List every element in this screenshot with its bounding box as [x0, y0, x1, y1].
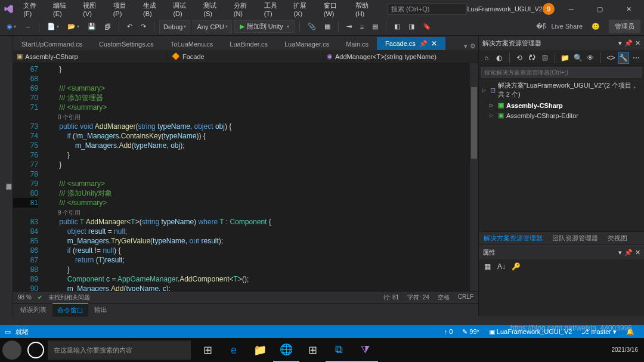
tab-error-list[interactable]: 错误列表	[16, 304, 51, 316]
vertical-scrollbar[interactable]	[470, 63, 478, 291]
quick-search[interactable]: 搜索 (Ctrl+Q)	[387, 3, 467, 15]
vscode-icon[interactable]: ⧉	[326, 338, 352, 362]
nav-member[interactable]: ◉AddManager<T>(string typeName)	[323, 52, 478, 60]
tab-team-explorer[interactable]: 团队资源管理器	[547, 232, 603, 245]
pin-icon[interactable]: 📌	[419, 40, 428, 48]
minimize-button[interactable]: ─	[559, 1, 583, 17]
store-icon[interactable]: ⊞	[299, 338, 326, 362]
code-content[interactable]: } /// <summary> /// 添加管理器 /// </summary>…	[51, 63, 470, 291]
chrome-icon[interactable]: 🌐	[273, 338, 299, 362]
admin-badge[interactable]: 管理员	[609, 20, 640, 33]
edge-icon[interactable]: e	[221, 338, 247, 362]
refresh-icon[interactable]: 🗘	[527, 52, 537, 64]
taskbar-search[interactable]: 在这里输入你要搜索的内容	[48, 341, 191, 360]
attach-icon[interactable]: 📎	[305, 21, 319, 32]
tab-startup[interactable]: StartUpCommand.cs	[13, 38, 91, 50]
wrench-icon[interactable]: 🔧	[618, 52, 629, 64]
tab-luabinder[interactable]: LuaBinder.cs	[221, 38, 276, 50]
save-all-button[interactable]: 🗐	[101, 21, 114, 32]
tab-class-view[interactable]: 类视图	[603, 232, 632, 245]
panel-pin-icon[interactable]: 📌	[624, 39, 633, 47]
categorize-icon[interactable]: ▦	[481, 261, 493, 273]
nav-back-button[interactable]: ◉▾	[4, 21, 19, 32]
more-icon[interactable]: ⋯	[631, 52, 642, 64]
run-button[interactable]: ▶附加到 Unity▾	[234, 20, 295, 33]
menu-build[interactable]: 生成(B)	[138, 0, 168, 20]
platform-select[interactable]: Any CPU ▾	[193, 20, 231, 33]
maximize-button[interactable]: ▢	[588, 1, 612, 17]
menu-view[interactable]: 视图(V)	[78, 0, 108, 20]
close-button[interactable]: ✕	[617, 1, 640, 17]
sync-icon[interactable]: ⟲	[514, 52, 524, 64]
menu-analyze[interactable]: 分析(N)	[229, 0, 259, 20]
zoom-level[interactable]: 98 %	[18, 294, 32, 301]
tab-toluamenu[interactable]: ToLuaMenu.cs	[162, 38, 222, 50]
bookmark-icon[interactable]: 🔖	[420, 21, 434, 32]
tab-settings-icon[interactable]: ⚙	[470, 42, 476, 50]
task-view-icon[interactable]: ⊞	[194, 338, 221, 362]
menu-test[interactable]: 测试(S)	[199, 0, 228, 20]
indent-mode[interactable]: 空格	[438, 293, 450, 302]
tool-icon-1[interactable]: ▦	[321, 21, 333, 32]
menu-file[interactable]: 文件(F)	[18, 0, 48, 20]
tab-dropdown-icon[interactable]: ▾	[464, 42, 467, 50]
tab-output[interactable]: 输出	[89, 304, 112, 316]
menu-edit[interactable]: 编辑(E)	[48, 0, 78, 20]
menu-window[interactable]: 窗口(W)	[319, 0, 351, 20]
explorer-icon[interactable]: 📁	[247, 338, 273, 362]
undo-button[interactable]: ↶	[124, 21, 135, 32]
properties-icon[interactable]: 🔍	[572, 52, 583, 64]
save-button[interactable]: 💾	[85, 21, 99, 32]
uncomment-icon[interactable]: ◨	[405, 21, 417, 32]
redo-button[interactable]: ↷	[138, 21, 149, 32]
taskbar-clock[interactable]: 2021/3/16	[606, 346, 645, 354]
fold-column[interactable]	[42, 63, 51, 291]
alpha-icon[interactable]: A↓	[496, 261, 507, 273]
collapse-icon[interactable]: ⊟	[540, 52, 550, 64]
tab-facade[interactable]: Facade.cs 📌✕	[377, 37, 445, 50]
step-icon[interactable]: ⇥	[343, 21, 355, 32]
status-publish[interactable]: ↑ 0	[439, 328, 458, 336]
comment-icon[interactable]: ◧	[391, 21, 403, 32]
status-changes[interactable]: ✎ 99*	[457, 328, 484, 336]
tab-command-window[interactable]: 命令窗口	[52, 303, 88, 317]
solution-root[interactable]: ▷⊡ 解决方案"LuaFramework_UGUI_V2"(2 个项目，共 2 …	[479, 80, 644, 100]
code-editor[interactable]: 6768697071737475767778798081838485868788…	[13, 63, 478, 291]
cortana-icon[interactable]	[27, 342, 44, 358]
menu-extensions[interactable]: 扩展(X)	[289, 0, 318, 20]
notification-badge[interactable]: 9	[543, 3, 555, 15]
props-pin-icon[interactable]: 📌	[624, 249, 633, 256]
nav-project[interactable]: ▣Assembly-CSharp	[13, 52, 168, 60]
menu-help[interactable]: 帮助(H)	[351, 0, 381, 20]
props-dropdown-icon[interactable]: ▾	[618, 249, 622, 256]
live-share-button[interactable]: �阝 Live Share	[536, 22, 583, 31]
solution-search[interactable]	[481, 67, 642, 78]
show-all-icon[interactable]: 📁	[560, 52, 570, 64]
new-project-button[interactable]: 📄▾	[44, 21, 62, 32]
tab-luamanager[interactable]: LuaManager.cs	[276, 38, 338, 50]
close-tab-icon[interactable]: ✕	[431, 39, 437, 48]
props-page-icon[interactable]: 🔑	[510, 261, 522, 273]
solution-tree[interactable]: ▷⊡ 解决方案"LuaFramework_UGUI_V2"(2 个项目，共 2 …	[479, 79, 644, 231]
issues-status[interactable]: 未找到相关问题	[48, 293, 90, 302]
eol-mode[interactable]: CRLF	[458, 293, 473, 302]
vs-icon[interactable]: ⧩	[352, 338, 378, 362]
menu-project[interactable]: 项目(P)	[109, 0, 138, 20]
home-icon[interactable]: ⌂	[481, 52, 491, 64]
menu-tools[interactable]: 工具(T)	[259, 0, 289, 20]
config-select[interactable]: Debug ▾	[159, 20, 190, 33]
panel-dropdown-icon[interactable]: ▾	[618, 39, 622, 47]
open-button[interactable]: 📂▾	[64, 21, 82, 32]
panel-close-icon[interactable]: ✕	[635, 39, 640, 47]
menu-debug[interactable]: 调试(D)	[168, 0, 199, 20]
preview-icon[interactable]: 👁	[586, 52, 596, 64]
feedback-icon[interactable]: 🙂	[589, 21, 603, 32]
tool-icon-3[interactable]: ▤	[369, 21, 381, 32]
project-assembly-csharp-editor[interactable]: ▷▣ Assembly-CSharp-Editor	[479, 110, 644, 120]
tab-customsettings[interactable]: CustomSettings.cs	[91, 38, 162, 50]
project-assembly-csharp[interactable]: ▷▣ Assembly-CSharp	[479, 100, 644, 110]
back-icon[interactable]: ◐	[494, 52, 504, 64]
nav-fwd-button[interactable]: →	[21, 21, 34, 32]
props-close-icon[interactable]: ✕	[635, 249, 640, 256]
server-explorer-tab[interactable]: 服务器资源管理器	[0, 36, 13, 316]
